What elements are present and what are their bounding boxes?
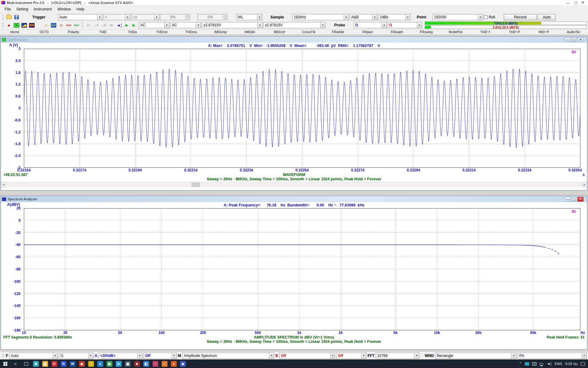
tab-bodeplot[interactable]: BodePlot [441,29,470,34]
tab-thd[interactable]: THD [88,29,118,34]
trigger-edge-select[interactable]: Up▼ [131,14,159,20]
tab-imddin[interactable]: IMDdin [235,29,265,34]
action-center-icon[interactable] [581,362,585,366]
taskbar-app-redblue[interactable]: ◓ [151,359,160,368]
tab-frwhite[interactable]: FRwhite [323,29,353,34]
minimize-button[interactable]: — [565,37,571,42]
tab-frswlog[interactable]: FRswlog [412,29,441,34]
record-run-icon[interactable]: ● [6,22,12,28]
menu-setting[interactable]: Setting [13,6,31,12]
auto-button[interactable]: Auto [538,14,556,20]
sample-rate-select[interactable]: 192kHz▼ [292,14,349,20]
toolbar-grip[interactable] [2,22,4,28]
trigger-source-select[interactable]: A▼ [103,14,130,20]
volume-icon[interactable]: ◄) [547,362,552,366]
ddp-viewer-icon[interactable]: DDP [66,22,72,28]
taskbar-app-bluered[interactable]: ◈ [178,359,187,368]
tab-thdres[interactable]: THDres [176,29,206,34]
osc-horizontal-scrollbar[interactable]: ◄ ► [1,182,587,187]
ddc-viewer-icon[interactable]: DDC [73,22,80,28]
a-range-select[interactable]: <200dB>▼ [99,353,142,359]
f-mode-select[interactable]: Auto▼ [9,353,58,359]
record-button[interactable]: Record [504,14,537,20]
taskbar-app-monitor[interactable]: ▣ [123,359,132,368]
hold-icon[interactable]: ⊓ [85,22,92,28]
run-icon[interactable]: ▶ [123,22,130,28]
taskbar-app-word[interactable]: W [68,359,77,368]
save-file-button[interactable] [13,14,20,20]
b-range-select[interactable]: Off▼ [279,353,335,359]
coupling-a-select[interactable]: AC▼ [139,22,169,28]
taskbar-app-folder[interactable]: ▨ [40,359,50,368]
menu-help[interactable]: Help [74,6,87,12]
tray-app-icon[interactable] [532,362,537,366]
start-button[interactable] [0,359,10,368]
task-view-button[interactable] [21,359,31,368]
trigger-delay-spinner[interactable]: 0% ▲▼ [198,14,228,20]
oscilloscope-titlebar[interactable]: Oscilloscope — ▢ ✕ [1,36,587,43]
maximize-button[interactable]: ▢ [571,197,577,201]
wnd-type-select[interactable]: Rectangle▼ [435,353,516,359]
taskbar-app-red[interactable]: ◆ [77,359,86,368]
tab-thd~p[interactable]: THD~P [500,29,529,34]
reference-a-icon[interactable]: ⊥A [93,22,100,28]
clock[interactable]: 9:29 πμ [565,362,578,366]
maximize-button[interactable]: ▢ [574,1,577,5]
derived-data-curve-icon[interactable]: ≋ [58,22,65,28]
probe-calibration-icon[interactable]: ✂ [108,22,115,28]
spinner-arrows-icon[interactable]: ▲▼ [185,14,190,20]
reference-b-icon[interactable]: ⊥B [100,22,107,28]
taskbar-app-maroon[interactable]: ■ [132,359,141,368]
overlap-select[interactable]: 0%▼ [518,353,587,359]
taskbar-app-opera[interactable]: O [50,359,59,368]
oscilloscope-plot[interactable] [24,49,580,168]
close-button[interactable]: ✕ [578,37,583,42]
network-icon[interactable] [540,362,544,366]
toolbar-grip[interactable] [2,353,4,358]
spectrum-titlebar[interactable]: Spectrum Analyzer — ▢ ✕ [1,196,587,202]
taskbar-app-blue-n[interactable]: N [59,359,68,368]
run-loop-icon[interactable]: ▶˳ [131,22,138,28]
tab-home[interactable]: Home [0,29,29,34]
close-button[interactable]: ✕ [578,197,583,201]
tab-frswph[interactable]: FRswph [382,29,412,34]
roll-checkbox[interactable] [484,15,488,19]
trigger-hpf-select[interactable]: NIL▼ [236,14,262,20]
scrollbar-thumb[interactable] [191,182,200,187]
tray-app-icon[interactable] [525,362,529,366]
taskbar-app-orange[interactable]: ● [169,359,178,368]
maximize-button[interactable]: ▢ [571,37,577,42]
minimize-button[interactable]: — [565,197,571,201]
tab-thdnsl[interactable]: THDnsl [147,29,176,34]
probe-b-select[interactable]: I1▼ [388,22,422,28]
tab-imd~p[interactable]: IMD~P [529,29,559,34]
language-indicator[interactable]: ENG [555,362,562,366]
tab-audiotst[interactable]: AudioTst [559,29,588,34]
taskbar-app-edge[interactable]: e [96,359,105,368]
taskbar-app-firefox[interactable]: ◐ [160,359,169,368]
tab-thd~f[interactable]: THD~f [470,29,500,34]
spinner-arrows-icon[interactable]: ▲▼ [223,14,227,20]
menu-instrument[interactable]: Instrument [31,6,55,12]
point-count-select[interactable]: 192000▼ [432,14,483,20]
tab-imdccif[interactable]: IMDccif [265,29,294,34]
m-mode-select[interactable]: Amplitude Spectrum▼ [182,353,274,359]
toolbar-grip[interactable] [2,14,4,20]
menu-window[interactable]: Window [55,6,74,12]
sample-bits-select[interactable]: 24Bit▼ [378,14,410,20]
tab-frpwn[interactable]: FRpwn [353,29,382,34]
taskbar-app-vscode[interactable]: ◧ [141,359,151,368]
sample-channels-select[interactable]: A&B▼ [350,14,377,20]
tab-polarity[interactable]: Polarity [59,29,88,34]
open-file-button[interactable] [6,14,12,20]
tab-imdsmp[interactable]: IMDsmp [206,29,235,34]
scroll-right-arrow[interactable]: ► [582,182,587,187]
trigger-level-spinner[interactable]: 0% ▲▼ [160,14,190,20]
search-button[interactable]: ⌕ [10,359,21,368]
menu-file[interactable]: File [2,6,13,12]
taskbar-app-teal-doc[interactable]: ≣ [31,359,40,368]
signal-generator-icon[interactable]: ≈ [43,22,49,28]
f-probe-select[interactable]: I1▼ [59,353,93,359]
taskbar-app-chrome[interactable]: ◉ [105,359,114,368]
range-b-select[interactable]: ±2.87815V▼ [263,22,326,28]
